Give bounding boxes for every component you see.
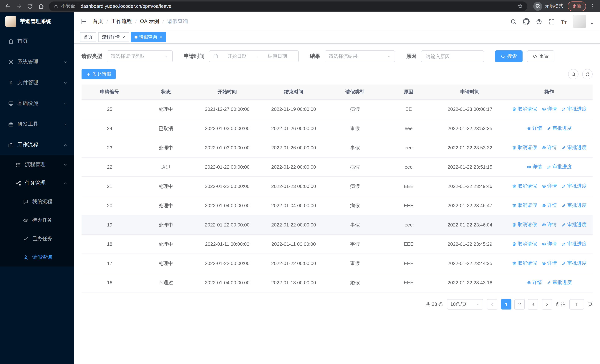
sidebar-item-leave-query[interactable]: 请假查询 (0, 248, 74, 267)
reason-input[interactable] (425, 53, 480, 59)
cancel-link[interactable]: 取消请假 (512, 260, 537, 267)
sidebar-item-devtools[interactable]: 研发工具 (0, 114, 74, 135)
search-button[interactable]: 搜索 (495, 50, 523, 62)
cancel-link[interactable]: 取消请假 (512, 106, 537, 112)
sidebar-collapse-icon[interactable] (80, 18, 87, 25)
goto-page-input[interactable] (569, 299, 584, 309)
github-icon[interactable] (523, 18, 529, 25)
progress-link[interactable]: 审批进度 (547, 164, 572, 170)
page-button-1[interactable]: 1 (501, 299, 511, 309)
cell-start: 2022-01-22 00:00:00 (194, 215, 261, 234)
tab-leave-query[interactable]: 请假查询× (131, 32, 166, 42)
progress-link[interactable]: 审批进度 (547, 125, 572, 132)
refresh-table-button[interactable] (582, 69, 593, 79)
browser-back-icon[interactable] (3, 1, 13, 11)
select-placeholder: 请选择请假类型 (111, 53, 145, 60)
sidebar-item-process-mgmt[interactable]: 流程管理 (0, 155, 74, 174)
detail-link[interactable]: 详情 (542, 144, 557, 151)
toggle-search-button[interactable] (568, 69, 579, 79)
cell-start: 2022-01-04 00:00:00 (194, 273, 261, 292)
cancel-link[interactable]: 取消请假 (512, 144, 537, 151)
cancel-link[interactable]: 取消请假 (512, 183, 537, 190)
browser-reload-icon[interactable] (25, 1, 35, 11)
leave-type-select[interactable]: 请选择请假类型 (107, 50, 173, 62)
avatar[interactable] (573, 15, 586, 28)
breadcrumb-item[interactable]: OA 示例 (140, 18, 159, 25)
column-header: 申请编号 (82, 84, 138, 100)
font-size-icon[interactable]: TT (561, 18, 567, 25)
update-button[interactable]: 更新 (568, 1, 586, 11)
cell-apply_time: 2022-01-22 23:44:35 (434, 254, 506, 273)
tab-close-icon[interactable]: × (159, 35, 162, 39)
cell-type: 病假 (327, 177, 383, 196)
op-label: 详情 (533, 125, 542, 132)
progress-link[interactable]: 审批进度 (562, 222, 587, 228)
sidebar-item-done-tasks[interactable]: 已办任务 (0, 229, 74, 248)
chevron-down-icon[interactable] (590, 21, 594, 26)
next-page-button[interactable] (542, 299, 552, 309)
sidebar-item-todo-tasks[interactable]: 待办任务 (0, 211, 74, 229)
detail-link[interactable]: 详情 (542, 222, 557, 228)
cell-start: 2022-01-04 00:00:00 (194, 196, 261, 215)
tab-home[interactable]: 首页 (80, 32, 96, 42)
browser-home-icon[interactable] (36, 1, 46, 11)
breadcrumb-item[interactable]: 首页 (93, 18, 103, 25)
help-icon[interactable] (536, 18, 542, 25)
progress-link[interactable]: 审批进度 (562, 183, 587, 190)
sidebar-item-label: 我的流程 (32, 198, 67, 205)
cell-end: 2022-01-26 00:00:00 (260, 138, 327, 157)
browser-menu-icon[interactable] (587, 1, 597, 11)
detail-link[interactable]: 详情 (527, 279, 542, 286)
fullscreen-icon[interactable] (548, 18, 555, 25)
sidebar-item-home[interactable]: 首页 (0, 31, 74, 52)
cell-apply_time: 2022-01-22 23:51:15 (434, 157, 506, 177)
detail-link[interactable]: 详情 (527, 164, 542, 170)
cell-end: 2022-01-22 00:00:00 (260, 254, 327, 273)
result-select[interactable]: 请选择流结果 (325, 50, 395, 62)
cancel-link[interactable]: 取消请假 (512, 222, 537, 228)
eye-icon (23, 217, 28, 223)
detail-link[interactable]: 详情 (542, 260, 557, 267)
op-label: 详情 (547, 202, 557, 209)
reset-button-label: 重置 (539, 53, 549, 60)
page-size-select[interactable]: 10条/页 (447, 299, 483, 309)
page-button-2[interactable]: 2 (514, 299, 525, 309)
sidebar-item-payment[interactable]: 支付管理 (0, 72, 74, 93)
op-label: 详情 (547, 183, 557, 190)
progress-link[interactable]: 审批进度 (562, 144, 587, 151)
bookmark-star-icon[interactable] (517, 3, 523, 9)
security-label[interactable]: 不安全 (61, 3, 75, 9)
date-range-picker[interactable]: 开始日期 - 结束日期 (209, 50, 299, 62)
progress-link[interactable]: 审批进度 (562, 106, 587, 112)
detail-link[interactable]: 详情 (542, 106, 557, 112)
create-leave-button[interactable]: 发起请假 (82, 69, 116, 79)
logo[interactable]: 芋道管理系统 (0, 12, 74, 31)
url-text[interactable]: dashboard.yudao.iocoder.cn/bpm/oa/leave (81, 3, 515, 9)
submenu: 我的流程待办任务已办任务请假查询 (0, 192, 74, 267)
detail-link[interactable]: 详情 (542, 183, 557, 190)
sidebar-item-my-process[interactable]: 我的流程 (0, 192, 74, 211)
progress-link[interactable]: 审批进度 (562, 241, 587, 247)
tab-process-detail[interactable]: 流程详情× (98, 32, 129, 42)
cell-status: 处理中 (138, 138, 194, 157)
prev-page-button[interactable] (487, 299, 497, 309)
cancel-link[interactable]: 取消请假 (512, 241, 537, 247)
cancel-link[interactable]: 取消请假 (512, 202, 537, 209)
detail-link[interactable]: 详情 (527, 125, 542, 132)
reset-button[interactable]: 重置 (527, 50, 554, 62)
address-bar[interactable]: 不安全 dashboard.yudao.iocoder.cn/bpm/oa/le… (49, 1, 527, 11)
sidebar-item-system[interactable]: 系统管理 (0, 52, 74, 72)
sidebar-item-task-mgmt[interactable]: 任务管理 (0, 174, 74, 192)
search-icon[interactable] (510, 18, 516, 25)
sidebar-item-infrastructure[interactable]: 基础设施 (0, 93, 74, 114)
tab-close-icon[interactable]: × (122, 35, 125, 39)
sidebar-item-workflow[interactable]: 工作流程 (0, 135, 74, 155)
detail-link[interactable]: 详情 (542, 241, 557, 247)
progress-link[interactable]: 审批进度 (562, 202, 587, 209)
page-button-3[interactable]: 3 (528, 299, 538, 309)
breadcrumb-item[interactable]: 工作流程 (111, 18, 132, 25)
progress-link[interactable]: 审批进度 (562, 260, 587, 267)
detail-link[interactable]: 详情 (542, 202, 557, 209)
progress-link[interactable]: 审批进度 (547, 279, 572, 286)
browser-forward-icon[interactable] (14, 1, 24, 11)
